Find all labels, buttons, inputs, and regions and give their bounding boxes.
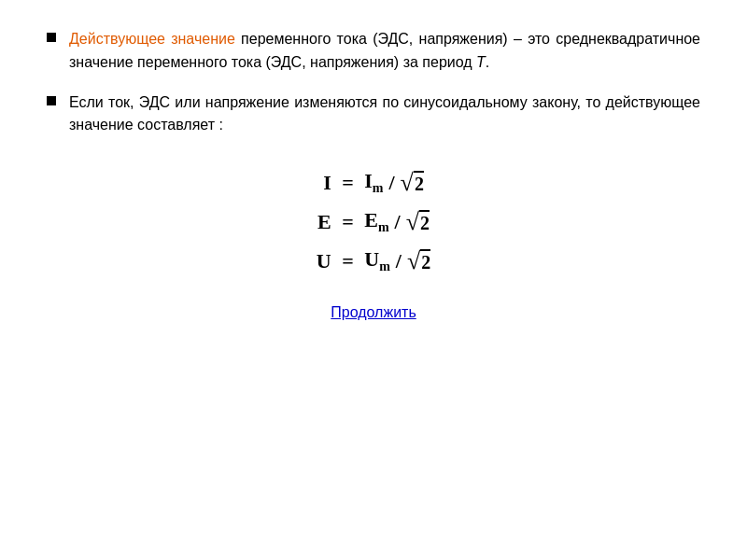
formula-E-sqrt: √2 (406, 208, 430, 236)
sqrt-symbol-E: √ (406, 208, 419, 236)
page-container: Действующее значение переменного тока (Э… (0, 0, 747, 560)
formula-E: E = Em / √2 (317, 208, 430, 236)
sqrt-content-E: 2 (419, 210, 430, 234)
formula-U-left: U (317, 249, 331, 273)
bullet-square-1 (47, 33, 56, 42)
bullet-item-1: Действующее значение переменного тока (Э… (47, 28, 700, 75)
bullet-list: Действующее значение переменного тока (Э… (47, 28, 700, 154)
formula-E-left: E (317, 210, 331, 234)
formula-U-slash: / (396, 249, 402, 273)
normal-text-1b: . (486, 54, 489, 70)
formula-I-slash: / (388, 171, 394, 195)
formula-U: U = Um / √2 (317, 247, 430, 275)
formula-U-sqrt: √2 (407, 247, 430, 275)
formula-E-right-main: Em (364, 208, 388, 235)
formula-U-equals: = (337, 249, 359, 273)
formula-E-slash: / (395, 210, 401, 234)
formula-U-subscript: m (379, 260, 390, 274)
formula-I: I = Im / √2 (323, 169, 424, 197)
sqrt-content-U: 2 (420, 249, 430, 273)
formula-I-sqrt: √2 (401, 169, 424, 197)
formula-U-right-main: Um (364, 247, 390, 274)
bullet-text-1: Действующее значение переменного тока (Э… (69, 28, 700, 75)
sqrt-content-I: 2 (414, 171, 424, 195)
sqrt-symbol-I: √ (401, 169, 414, 197)
bullet-item-2: Если ток, ЭДС или напряжение изменяются … (47, 91, 700, 138)
italic-T: T (476, 54, 486, 70)
formulas-section: I = Im / √2 E = Em / √2 U = Um / √2 (47, 163, 700, 281)
sqrt-symbol-U: √ (407, 247, 420, 275)
continue-link[interactable]: Продолжить (47, 304, 700, 321)
formula-I-left: I (323, 171, 331, 195)
formula-E-subscript: m (378, 221, 389, 235)
bullet-square-2 (47, 96, 56, 105)
formula-I-right-main: Im (364, 169, 383, 196)
formula-I-subscript: m (373, 182, 384, 196)
formula-I-equals: = (337, 171, 359, 195)
bullet-text-2: Если ток, ЭДС или напряжение изменяются … (69, 91, 700, 138)
highlight-text-1: Действующее значение (69, 31, 235, 47)
normal-text-2: Если ток, ЭДС или напряжение изменяются … (69, 94, 700, 133)
formula-E-equals: = (337, 210, 359, 234)
